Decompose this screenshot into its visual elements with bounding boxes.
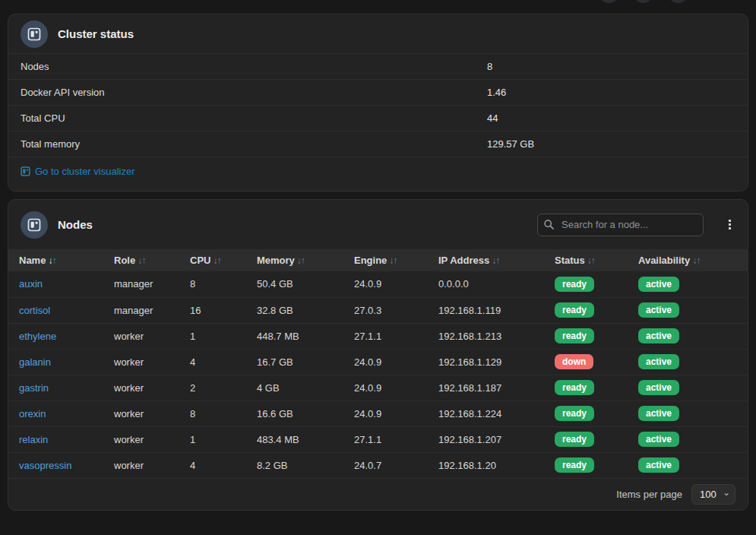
sort-icons: ↓↑ (692, 255, 700, 266)
nodes-panel: Nodes Name↓↑ Role↓↑ CPU↓↑ Memory↓↑ (8, 199, 748, 511)
column-header-name[interactable]: Name↓↑ (8, 249, 103, 271)
node-cpu: 1 (179, 323, 246, 349)
table-row: vasopressin worker 4 8.2 GB 24.0.7 192.1… (8, 452, 748, 478)
node-engine: 24.0.9 (343, 271, 428, 297)
cluster-link-row: Go to cluster visualizer (8, 157, 748, 185)
node-cpu: 8 (179, 400, 246, 426)
node-ip: 192.168.1.20 (428, 452, 544, 478)
items-per-page-select[interactable]: 100 (691, 484, 735, 505)
cluster-detail-row: Nodes 8 (8, 54, 748, 80)
go-to-cluster-visualizer-link[interactable]: Go to cluster visualizer (21, 166, 135, 177)
column-header-cpu[interactable]: CPU↓↑ (179, 249, 246, 271)
node-link[interactable]: orexin (19, 408, 46, 419)
cluster-status-header: Cluster status (8, 14, 748, 54)
kebab-menu-icon[interactable] (724, 217, 735, 233)
node-memory: 32.8 GB (246, 297, 343, 323)
node-engine: 24.0.9 (343, 400, 428, 426)
table-row: cortisol manager 16 32.8 GB 27.0.3 192.1… (8, 297, 748, 323)
node-role: worker (103, 349, 179, 375)
table-footer: Items per page 100 ⌄ (8, 479, 748, 511)
header-button-partial (668, 0, 688, 3)
status-badge: ready (555, 432, 594, 447)
node-link[interactable]: vasopressin (19, 460, 71, 471)
status-badge: ready (555, 277, 594, 292)
node-cpu: 1 (179, 426, 246, 452)
node-engine: 27.1.1 (343, 323, 428, 349)
cluster-status-title: Cluster status (58, 27, 134, 40)
sort-icons: ↓↑ (492, 255, 499, 266)
sort-icons: ↓↑ (213, 255, 220, 266)
status-badge: ready (555, 406, 594, 421)
status-badge: down (555, 354, 593, 369)
node-engine: 24.0.9 (343, 375, 428, 400)
table-row: galanin worker 4 16.7 GB 24.0.9 192.168.… (8, 349, 748, 375)
sort-icons: ↓↑ (587, 255, 595, 266)
column-header-memory[interactable]: Memory↓↑ (246, 249, 343, 271)
column-header-ip-address[interactable]: IP Address↓↑ (428, 249, 544, 271)
detail-value: 129.57 GB (487, 138, 534, 150)
header-button-partial (633, 0, 653, 3)
node-ip: 192.168.1.207 (428, 426, 544, 452)
table-row: ethylene worker 1 448.7 MB 27.1.1 192.16… (8, 323, 748, 349)
column-header-availability[interactable]: Availability↓↑ (628, 249, 748, 271)
detail-value: 8 (487, 61, 492, 72)
node-role: manager (103, 271, 179, 297)
node-role: worker (103, 452, 179, 478)
status-badge: ready (555, 380, 594, 395)
availability-badge: active (638, 302, 679, 318)
column-header-engine[interactable]: Engine↓↑ (343, 249, 428, 271)
availability-badge: active (638, 354, 679, 369)
status-badge: ready (555, 302, 594, 318)
header-button-partial (599, 0, 619, 3)
availability-badge: active (638, 380, 679, 395)
detail-value: 1.46 (487, 87, 506, 98)
node-memory: 16.6 GB (246, 400, 343, 426)
sort-icons: ↓↑ (48, 255, 55, 266)
search-node-input[interactable] (537, 214, 704, 236)
node-engine: 27.1.1 (343, 426, 428, 452)
availability-badge: active (638, 457, 679, 473)
detail-label: Nodes (21, 61, 487, 72)
node-role: manager (103, 297, 179, 323)
nodes-title: Nodes (58, 218, 93, 231)
column-header-role[interactable]: Role↓↑ (103, 249, 179, 271)
node-link[interactable]: auxin (19, 278, 43, 290)
server-widget-icon (21, 21, 48, 48)
visualizer-icon (21, 166, 30, 176)
items-per-page-select-wrap: 100 ⌄ (691, 484, 735, 505)
node-memory: 8.2 GB (246, 452, 343, 478)
server-widget-icon (21, 211, 48, 239)
table-header-row: Name↓↑ Role↓↑ CPU↓↑ Memory↓↑ Engine↓↑ IP… (8, 249, 748, 271)
node-link[interactable]: ethylene (19, 331, 56, 342)
node-cpu: 2 (179, 375, 246, 400)
node-engine: 27.0.3 (343, 297, 428, 323)
availability-badge: active (638, 432, 679, 447)
node-link[interactable]: galanin (19, 356, 51, 368)
node-memory: 50.4 GB (246, 271, 343, 297)
column-header-status[interactable]: Status↓↑ (544, 249, 628, 271)
node-ip: 192.168.1.213 (428, 323, 544, 349)
node-ip: 192.168.1.119 (428, 297, 544, 323)
availability-badge: active (638, 328, 679, 343)
detail-label: Docker API version (21, 87, 487, 98)
node-role: worker (103, 375, 179, 400)
node-engine: 24.0.9 (343, 349, 428, 375)
sort-icons: ↓↑ (389, 255, 397, 266)
node-ip: 192.168.1.129 (428, 349, 544, 375)
sort-icons: ↓↑ (297, 255, 305, 266)
cluster-visualizer-link-label: Go to cluster visualizer (35, 166, 135, 177)
node-ip: 192.168.1.187 (428, 375, 544, 400)
cluster-detail-row: Total CPU 44 (8, 106, 748, 131)
nodes-table: Name↓↑ Role↓↑ CPU↓↑ Memory↓↑ Engine↓↑ IP… (8, 249, 748, 479)
node-role: worker (103, 400, 179, 426)
sort-icons: ↓↑ (138, 255, 145, 266)
availability-badge: active (638, 277, 679, 292)
table-row: orexin worker 8 16.6 GB 24.0.9 192.168.1… (8, 400, 748, 426)
node-link[interactable]: gastrin (19, 382, 49, 394)
node-link[interactable]: cortisol (19, 305, 50, 316)
detail-label: Total CPU (21, 112, 487, 124)
status-badge: ready (555, 457, 594, 473)
node-engine: 24.0.7 (343, 452, 428, 478)
detail-value: 44 (487, 112, 498, 124)
node-link[interactable]: relaxin (19, 434, 48, 445)
